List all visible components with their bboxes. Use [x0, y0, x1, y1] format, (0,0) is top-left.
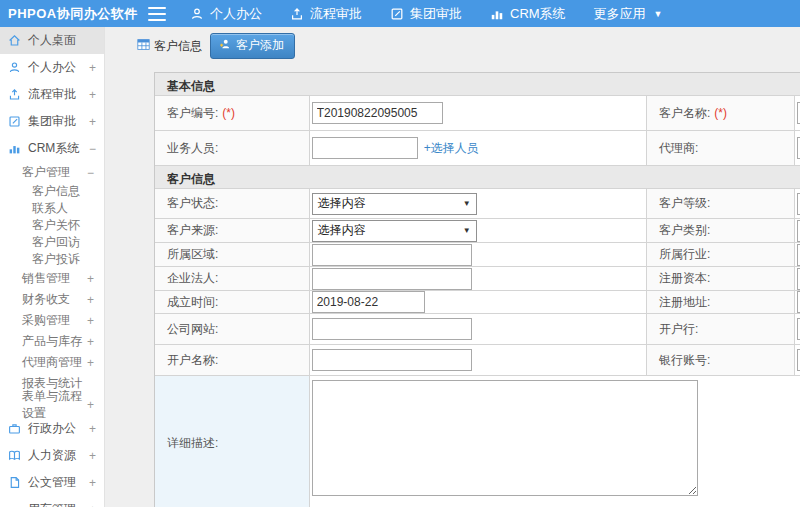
- tab-bar: 客户信息 客户添加: [137, 33, 295, 59]
- expand-icon[interactable]: +: [87, 398, 94, 412]
- industry-input[interactable]: [797, 244, 800, 266]
- customer-no-input[interactable]: [312, 102, 443, 124]
- sidebar-item-document-management[interactable]: 公文管理 +: [0, 469, 104, 496]
- expand-icon[interactable]: +: [89, 503, 96, 507]
- user-icon: [190, 7, 204, 21]
- description-label: 详细描述:: [155, 376, 310, 507]
- customer-name-input[interactable]: [797, 102, 800, 124]
- book-icon: [8, 449, 22, 463]
- nav-group-approval[interactable]: 集团审批: [390, 5, 462, 23]
- briefcase-icon: [8, 422, 22, 436]
- sidebar-item-human-resources[interactable]: 人力资源 +: [0, 442, 104, 469]
- main-content: 客户信息 客户添加 基本信息 客户编号:(*) 客户名称:(*): [106, 27, 800, 507]
- bank-input[interactable]: [797, 318, 800, 340]
- agent-label: 代理商:: [647, 131, 795, 165]
- expand-icon[interactable]: +: [87, 335, 94, 349]
- customer-name-label: 客户名称:(*): [647, 96, 795, 130]
- region-input[interactable]: [312, 244, 472, 266]
- sidebar-item-personal-desktop[interactable]: 个人桌面: [0, 27, 104, 54]
- customer-no-label: 客户编号:(*): [155, 96, 310, 130]
- sidebar-item-customer-management[interactable]: 客户管理 −: [0, 162, 104, 183]
- source-select[interactable]: 选择内容 ▼: [312, 220, 477, 242]
- founded-date-input[interactable]: [312, 291, 425, 313]
- sidebar-item-finance[interactable]: 财务收支 +: [0, 289, 104, 310]
- sidebar-item-vehicle-management[interactable]: 用车管理 +: [0, 496, 104, 507]
- registered-capital-label: 注册资本:: [647, 267, 795, 290]
- expand-icon[interactable]: +: [89, 61, 96, 75]
- status-label: 客户状态:: [155, 189, 310, 218]
- region-label: 所属区域:: [155, 243, 310, 266]
- edit-icon: [8, 115, 22, 129]
- nav-personal-office[interactable]: 个人办公: [190, 5, 262, 23]
- salesperson-input[interactable]: [312, 137, 418, 159]
- sidebar-item-customer-care[interactable]: 客户关怀: [0, 217, 104, 234]
- top-bar: PHPOA协同办公软件 个人办公 流程审批 集团审批: [0, 0, 800, 27]
- expand-icon[interactable]: +: [89, 422, 96, 436]
- select-person-link[interactable]: +选择人员: [424, 140, 479, 157]
- collapse-icon[interactable]: −: [89, 142, 96, 156]
- select-arrow-icon: ▼: [463, 199, 471, 208]
- sidebar-item-group-approval[interactable]: 集团审批 +: [0, 108, 104, 135]
- sidebar-item-crm-system[interactable]: CRM系统 −: [0, 135, 104, 162]
- bank-account-input[interactable]: [797, 349, 800, 371]
- row-founded-date: 成立时间: 注册地址:: [155, 291, 800, 314]
- row-legal-person: 企业法人: 注册资本:: [155, 267, 800, 291]
- registered-capital-input[interactable]: [797, 268, 800, 290]
- sidebar-item-sales-management[interactable]: 销售管理 +: [0, 268, 104, 289]
- level-label: 客户等级:: [647, 189, 795, 218]
- source-label: 客户来源:: [155, 219, 310, 242]
- level-input[interactable]: [797, 193, 800, 215]
- sidebar-item-customer-complaint[interactable]: 客户投诉: [0, 251, 104, 268]
- expand-icon[interactable]: +: [87, 356, 94, 370]
- sidebar-item-personal-office[interactable]: 个人办公 +: [0, 54, 104, 81]
- document-icon: [8, 476, 22, 490]
- account-name-input[interactable]: [312, 349, 472, 371]
- category-label: 客户类别:: [647, 219, 795, 242]
- expand-icon[interactable]: +: [87, 293, 94, 307]
- registered-address-input[interactable]: [797, 291, 800, 313]
- row-source: 客户来源: 选择内容 ▼ 客户类别:: [155, 219, 800, 243]
- collapse-icon[interactable]: −: [87, 166, 94, 180]
- category-input[interactable]: [797, 220, 800, 242]
- agent-input[interactable]: [797, 137, 800, 159]
- hamburger-menu-icon[interactable]: [148, 7, 166, 21]
- description-textarea[interactable]: [312, 380, 698, 496]
- expand-icon[interactable]: +: [89, 476, 96, 490]
- sidebar: 个人桌面 个人办公 + 流程审批 + 集团审批 + CRM系统 −: [0, 27, 105, 507]
- sidebar-item-purchasing[interactable]: 采购管理 +: [0, 310, 104, 331]
- sidebar-item-form-workflow-settings[interactable]: 表单与流程设置 +: [0, 394, 104, 415]
- nav-workflow-approval[interactable]: 流程审批: [290, 5, 362, 23]
- flow-icon: [8, 88, 22, 102]
- section-basic-info: 基本信息: [155, 73, 800, 96]
- industry-label: 所属行业:: [647, 243, 795, 266]
- tab-customer-info[interactable]: 客户信息: [137, 38, 202, 55]
- legal-person-input[interactable]: [312, 268, 472, 290]
- expand-icon[interactable]: +: [87, 272, 94, 286]
- bar-chart-icon: [8, 142, 22, 156]
- top-nav: 个人办公 流程审批 集团审批 CRM系统 更多应用 ▼: [190, 5, 663, 23]
- tab-customer-add-button[interactable]: 客户添加: [210, 33, 295, 59]
- expand-icon[interactable]: +: [89, 115, 96, 129]
- status-select[interactable]: 选择内容 ▼: [312, 193, 477, 215]
- expand-icon[interactable]: +: [89, 449, 96, 463]
- sidebar-item-contacts[interactable]: 联系人: [0, 200, 104, 217]
- sidebar-item-customer-info[interactable]: 客户信息: [0, 183, 104, 200]
- row-status: 客户状态: 选择内容 ▼ 客户等级:: [155, 189, 800, 219]
- expand-icon[interactable]: +: [87, 314, 94, 328]
- caret-down-icon: ▼: [654, 9, 663, 19]
- nav-crm-system[interactable]: CRM系统: [490, 5, 566, 23]
- select-arrow-icon: ▼: [463, 226, 471, 235]
- sidebar-item-admin-office[interactable]: 行政办公 +: [0, 415, 104, 442]
- sidebar-item-agent-management[interactable]: 代理商管理 +: [0, 352, 104, 373]
- row-region: 所属区域: 所属行业:: [155, 243, 800, 267]
- expand-icon[interactable]: +: [89, 88, 96, 102]
- website-input[interactable]: [312, 318, 472, 340]
- nav-more-apps[interactable]: 更多应用 ▼: [594, 5, 663, 23]
- sidebar-item-customer-followup[interactable]: 客户回访: [0, 234, 104, 251]
- sidebar-item-products-inventory[interactable]: 产品与库存 +: [0, 331, 104, 352]
- bank-account-label: 银行账号:: [647, 345, 795, 375]
- sidebar-item-workflow-approval[interactable]: 流程审批 +: [0, 81, 104, 108]
- car-icon: [8, 503, 22, 507]
- home-icon: [8, 34, 22, 48]
- flow-icon: [290, 7, 304, 21]
